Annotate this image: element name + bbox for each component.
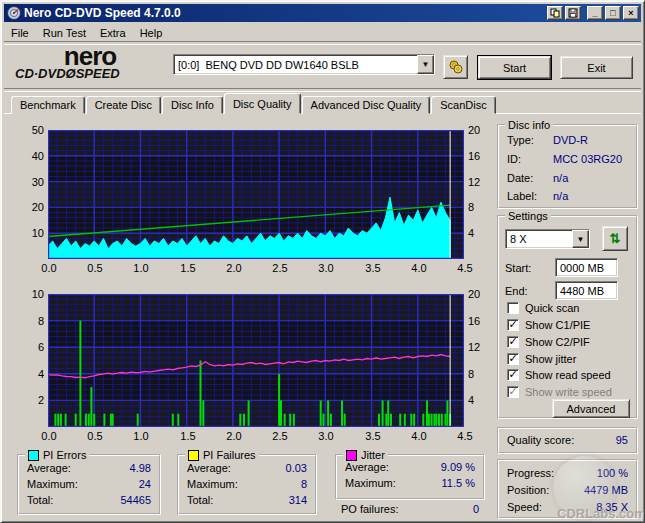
disc-date-label: Date: xyxy=(507,172,553,184)
advanced-button[interactable]: Advanced xyxy=(552,399,630,418)
quality-score-value: 95 xyxy=(616,434,628,446)
jitter-swatch xyxy=(346,450,357,461)
x-axis-tick: 0.5 xyxy=(83,262,107,274)
jitter-title-text: Jitter xyxy=(361,449,385,461)
x-axis-tick: 1.5 xyxy=(176,262,200,274)
right-axis-tick: 16 xyxy=(468,150,480,162)
x-axis-tick: 4.0 xyxy=(407,430,431,442)
tab-label: Disc Info xyxy=(171,99,214,111)
chevron-down-icon[interactable]: ▼ xyxy=(417,55,434,74)
left-axis-tick: 4 xyxy=(16,368,44,380)
x-axis-tick: 0.0 xyxy=(37,430,61,442)
checkbox-label: Quick scan xyxy=(525,302,579,314)
copy-to-clipboard-button[interactable] xyxy=(547,6,563,20)
x-axis-tick: 1.5 xyxy=(176,430,200,442)
tab-disc-quality[interactable]: Disc Quality xyxy=(224,93,301,114)
disc-info-group: Disc info Type:DVD-R ID:MCC 03RG20 Date:… xyxy=(497,124,638,209)
pie-average-row: Average:4.98 xyxy=(27,462,151,474)
pif-maximum-value: 8 xyxy=(301,478,307,490)
save-button[interactable] xyxy=(565,6,581,20)
x-axis-tick: 3.5 xyxy=(361,430,385,442)
disc-id-value: MCC 03RG20 xyxy=(553,153,628,165)
quality-score-label: Quality score: xyxy=(507,434,574,446)
pif-total-label: Total: xyxy=(187,494,213,506)
nero-logo-text: nero xyxy=(15,45,165,67)
jitter-group-title: Jitter xyxy=(343,449,388,461)
menu-file[interactable]: File xyxy=(4,26,36,40)
left-axis-tick: 10 xyxy=(16,227,44,239)
tab-benchmark[interactable]: Benchmark xyxy=(11,96,85,114)
toolbar-divider xyxy=(4,88,641,92)
eject-disc-icon xyxy=(448,59,464,75)
start-field-label: Start: xyxy=(505,262,531,274)
right-axis-tick: 4 xyxy=(468,394,474,406)
drive-select[interactable]: [0:0] BENQ DVD DD DW1640 BSLB ▼ xyxy=(173,54,435,75)
pif-total-row: Total:314 xyxy=(187,494,307,506)
pie-average-label: Average: xyxy=(27,462,71,474)
progress-label: Progress: xyxy=(507,467,554,479)
tab-scandisc[interactable]: ScanDisc xyxy=(431,96,495,114)
refresh-icon: ⇅ xyxy=(610,231,621,246)
pie-maximum-value: 24 xyxy=(139,478,151,490)
title-bar[interactable]: Nero CD-DVD Speed 4.7.0.0 _ □ × xyxy=(4,4,641,22)
po-failures-value: 0 xyxy=(473,503,479,515)
cddvdspeed-logo-text: CD·DVDØSPEED xyxy=(15,67,165,80)
end-field[interactable]: 4480 MB xyxy=(555,281,618,300)
pi-failures-scan-plot xyxy=(48,294,464,427)
speed-select[interactable]: 8 X ▼ xyxy=(505,229,590,249)
tab-advanced-disc-quality[interactable]: Advanced Disc Quality xyxy=(302,96,431,114)
pif-maximum-row: Maximum:8 xyxy=(187,478,307,490)
watermark-text: CDRLabs.com xyxy=(557,506,645,521)
menu-extra[interactable]: Extra xyxy=(93,26,133,40)
minimize-button[interactable]: _ xyxy=(587,6,603,20)
menu-bar: File Run Test Extra Help xyxy=(4,24,641,41)
eject-button[interactable] xyxy=(443,55,468,79)
pi-failures-swatch xyxy=(188,450,199,461)
start-button[interactable]: Start xyxy=(478,56,551,79)
settings-group: Settings 8 X ▼ ⇅ Start: 0000 MB End: 448… xyxy=(497,215,638,419)
pie-maximum-row: Maximum:24 xyxy=(27,478,151,490)
po-failures-label: PO failures: xyxy=(341,503,398,515)
refresh-button[interactable]: ⇅ xyxy=(602,226,628,251)
x-axis-tick: 2.5 xyxy=(268,430,292,442)
right-axis-tick: 16 xyxy=(468,315,480,327)
chevron-down-icon[interactable]: ▼ xyxy=(572,230,589,248)
end-field-label: End: xyxy=(505,285,528,297)
x-axis-tick: 4.0 xyxy=(407,262,431,274)
pi-errors-chart: 5040302010201612840.00.51.01.52.02.53.03… xyxy=(9,117,491,281)
close-button[interactable]: × xyxy=(623,6,639,20)
disc-id-label: ID: xyxy=(507,153,553,165)
po-failures-row: PO failures: 0 xyxy=(341,503,479,515)
tab-create-disc[interactable]: Create Disc xyxy=(86,96,161,114)
checkbox-show-read-speed[interactable]: ✓Show read speed xyxy=(507,368,611,382)
start-button-label: Start xyxy=(503,62,526,74)
minimize-icon: _ xyxy=(592,9,597,18)
pie-total-row: Total:54465 xyxy=(27,494,151,506)
exit-button-label: Exit xyxy=(587,62,605,74)
maximize-button[interactable]: □ xyxy=(605,6,621,20)
menu-run-test[interactable]: Run Test xyxy=(36,26,93,40)
right-axis-tick: 12 xyxy=(468,341,480,353)
x-axis-tick: 4.5 xyxy=(453,430,477,442)
x-axis-tick: 2.5 xyxy=(268,262,292,274)
x-axis-tick: 2.0 xyxy=(222,430,246,442)
jitter-maximum-value: 11.5 % xyxy=(442,477,475,489)
checkbox-show-c2-pif[interactable]: ✓Show C2/PIF xyxy=(507,335,590,349)
disc-label-row: Label:n/a xyxy=(507,190,628,202)
drive-select-value: [0:0] BENQ DVD DD DW1640 BSLB xyxy=(174,59,417,71)
menu-help[interactable]: Help xyxy=(133,26,170,40)
tab-bar: Benchmark Create Disc Disc Info Disc Qua… xyxy=(11,93,641,114)
left-axis-tick: 2 xyxy=(16,394,44,406)
checkbox-show-jitter[interactable]: ✓Show jitter xyxy=(507,352,576,366)
pi-failures-title-text: PI Failures xyxy=(203,449,256,461)
pi-errors-scan-plot xyxy=(48,130,464,259)
exit-button[interactable]: Exit xyxy=(560,56,633,79)
checkbox-show-c1-pie[interactable]: ✓Show C1/PIE xyxy=(507,318,590,332)
pi-failures-chart: 108642201612840.00.51.01.52.02.53.03.54.… xyxy=(9,282,491,446)
tab-disc-info[interactable]: Disc Info xyxy=(162,96,223,114)
jitter-maximum-row: Maximum:11.5 % xyxy=(345,477,475,489)
pie-total-label: Total: xyxy=(27,494,53,506)
left-axis-tick: 40 xyxy=(16,150,44,162)
checkbox-quick-scan[interactable]: ✓Quick scan xyxy=(507,301,579,315)
start-field[interactable]: 0000 MB xyxy=(555,258,618,277)
